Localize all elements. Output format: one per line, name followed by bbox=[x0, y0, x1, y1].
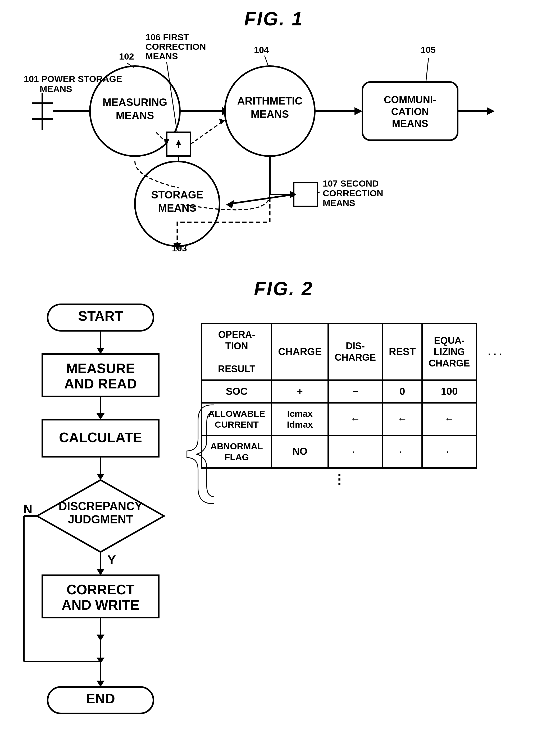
svg-point-26 bbox=[135, 161, 220, 246]
table-header-row: OPERA-TIONRESULT CHARGE DIS-CHARGE REST … bbox=[202, 324, 513, 380]
svg-line-37 bbox=[230, 194, 294, 204]
svg-text:AND WRITE: AND WRITE bbox=[62, 597, 140, 613]
fig1-title: FIG. 1 bbox=[16, 8, 532, 30]
svg-marker-9 bbox=[222, 107, 230, 115]
table-cell-allowable-extra bbox=[476, 403, 513, 436]
table-row-abnormal-flag: ABNORMALFLAG NO ← ← ← bbox=[202, 435, 513, 468]
svg-text:MEASURE: MEASURE bbox=[66, 361, 135, 376]
table-cell-soc-discharge: − bbox=[328, 380, 383, 403]
fig1-container: FIG. 1 MEASURING MEANS ARITHMETIC MEANS bbox=[16, 8, 532, 267]
table-cell-abnormal-equalizing: ← bbox=[422, 435, 476, 468]
table-header-rest: REST bbox=[383, 324, 422, 380]
svg-marker-80 bbox=[97, 569, 104, 575]
table-row-soc: SOC + − 0 100 bbox=[202, 380, 513, 403]
svg-text:END: END bbox=[86, 691, 115, 706]
svg-line-56 bbox=[317, 192, 320, 193]
svg-text:ARITHMETIC: ARITHMETIC bbox=[237, 95, 303, 107]
svg-text:JUDGMENT: JUDGMENT bbox=[68, 513, 133, 526]
svg-rect-10 bbox=[167, 132, 190, 156]
svg-text:104: 104 bbox=[254, 45, 269, 55]
svg-text:Y: Y bbox=[107, 553, 116, 567]
table-cell-allowable-discharge: ← bbox=[328, 403, 383, 436]
table-cell-abnormal-charge: NO bbox=[272, 435, 328, 468]
svg-marker-89 bbox=[97, 681, 104, 687]
table-cell-abnormal-discharge: ← bbox=[328, 435, 383, 468]
svg-marker-36 bbox=[290, 191, 296, 198]
svg-line-11 bbox=[156, 132, 167, 143]
table-cell-soc-label: SOC bbox=[202, 380, 272, 403]
table-header-dots: . . . bbox=[476, 324, 513, 380]
svg-line-13 bbox=[190, 122, 222, 144]
svg-text:103: 103 bbox=[172, 243, 187, 253]
table-cell-soc-charge: + bbox=[272, 380, 328, 403]
svg-text:MEANS: MEANS bbox=[251, 108, 289, 120]
svg-text:N: N bbox=[23, 502, 33, 516]
svg-text:CORRECTION: CORRECTION bbox=[323, 188, 383, 198]
svg-marker-12 bbox=[164, 139, 169, 146]
svg-text:STORAGE: STORAGE bbox=[151, 189, 203, 201]
svg-rect-33 bbox=[294, 183, 317, 206]
svg-line-48 bbox=[265, 56, 269, 67]
svg-text:CATION: CATION bbox=[391, 106, 429, 117]
table-row-dots: ⋮ bbox=[202, 468, 513, 490]
table-cell-allowable-equalizing: ← bbox=[422, 403, 476, 436]
svg-text:107 SECOND: 107 SECOND bbox=[323, 178, 379, 188]
table-cell-allowable-label: ALLOWABLECURRENT bbox=[202, 403, 272, 436]
svg-text:MEANS: MEANS bbox=[158, 202, 196, 214]
svg-marker-32 bbox=[176, 140, 181, 145]
table-header-operation: OPERA-TIONRESULT bbox=[202, 324, 272, 380]
svg-text:CORRECT: CORRECT bbox=[66, 582, 134, 597]
fig2-svg: START MEASURE AND READ CALCULATE DISCREP… bbox=[16, 296, 214, 733]
svg-marker-4 bbox=[90, 107, 98, 115]
svg-text:MEANS: MEANS bbox=[40, 84, 72, 94]
svg-rect-20 bbox=[362, 82, 458, 140]
svg-text:START: START bbox=[78, 308, 123, 324]
fig2-title: FIG. 2 bbox=[254, 278, 313, 300]
svg-text:MEANS: MEANS bbox=[392, 118, 428, 129]
svg-marker-25 bbox=[487, 107, 495, 115]
table-cell-soc-equalizing: 100 bbox=[422, 380, 476, 403]
svg-text:CALCULATE: CALCULATE bbox=[59, 430, 142, 445]
svg-text:106 FIRST: 106 FIRST bbox=[145, 32, 189, 42]
svg-marker-57 bbox=[173, 243, 181, 250]
svg-line-42 bbox=[127, 63, 134, 67]
svg-marker-38 bbox=[226, 200, 234, 209]
svg-text:AND READ: AND READ bbox=[64, 376, 137, 391]
svg-point-15 bbox=[225, 66, 315, 156]
fig1-svg: MEASURING MEANS ARITHMETIC MEANS COMMUNI… bbox=[16, 19, 532, 270]
svg-text:101 POWER STORAGE: 101 POWER STORAGE bbox=[24, 74, 122, 84]
svg-text:102: 102 bbox=[119, 51, 134, 61]
table-row-allowable-current: ALLOWABLECURRENT IcmaxIdmax ← ← ← bbox=[202, 403, 513, 436]
table-header-discharge: DIS-CHARGE bbox=[328, 324, 383, 380]
svg-marker-14 bbox=[219, 119, 225, 124]
operation-table: OPERA-TIONRESULT CHARGE DIS-CHARGE REST … bbox=[201, 323, 514, 490]
svg-marker-66 bbox=[97, 413, 104, 420]
svg-text:MEASURING: MEASURING bbox=[103, 96, 167, 108]
table-cell-allowable-rest: ← bbox=[383, 403, 422, 436]
table-cell-soc-extra bbox=[476, 380, 513, 403]
svg-point-5 bbox=[90, 66, 180, 156]
svg-marker-70 bbox=[97, 474, 104, 480]
svg-text:105: 105 bbox=[421, 45, 436, 55]
table-cell-abnormal-extra bbox=[476, 435, 513, 468]
table-header-charge: CHARGE bbox=[272, 324, 328, 380]
table-cell-allowable-charge: IcmaxIdmax bbox=[272, 403, 328, 436]
svg-marker-61 bbox=[97, 348, 104, 354]
table-header-equalizing: EQUA-LIZINGCHARGE bbox=[422, 324, 476, 380]
svg-marker-19 bbox=[354, 107, 362, 115]
table-cell-abnormal-rest: ← bbox=[383, 435, 422, 468]
svg-text:MEANS: MEANS bbox=[116, 110, 154, 121]
svg-text:MEANS: MEANS bbox=[145, 51, 178, 61]
fig2-container: FIG. 2 START MEASURE AND READ CALCULATE … bbox=[16, 270, 532, 746]
svg-line-46 bbox=[167, 62, 177, 133]
svg-text:DISCREPANCY: DISCREPANCY bbox=[58, 500, 142, 513]
svg-text:COMMUNI-: COMMUNI- bbox=[384, 94, 436, 105]
svg-text:MEANS: MEANS bbox=[323, 198, 355, 208]
table-cell-soc-rest: 0 bbox=[383, 380, 422, 403]
svg-marker-86 bbox=[97, 635, 104, 641]
table-cell-abnormal-label: ABNORMALFLAG bbox=[202, 435, 272, 468]
svg-text:CORRECTION: CORRECTION bbox=[145, 42, 206, 52]
svg-line-50 bbox=[426, 58, 429, 82]
